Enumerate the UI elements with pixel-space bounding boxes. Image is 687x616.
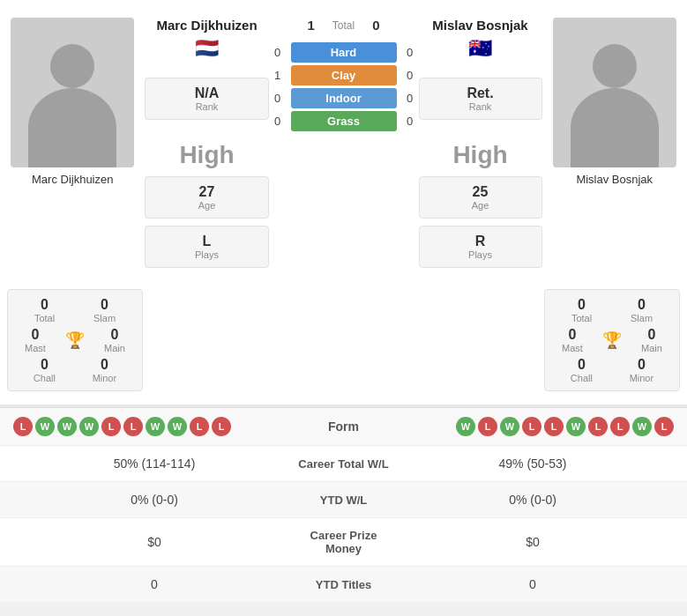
clay-left: 1 [269, 69, 287, 82]
clay-badge: Clay [291, 65, 397, 85]
left-age-val: 27 [159, 184, 254, 200]
stats-blocks-row: 0 Total 0 Slam 0 Mast 🏆 [0, 285, 687, 407]
total-right: 0 [372, 18, 379, 33]
right-minor-item: 0 Minor [630, 357, 654, 383]
prize-money-row: $0 Career Prize Money $0 [0, 517, 687, 566]
grass-right: 0 [401, 115, 419, 128]
surface-hard-row: 0 Hard 0 [269, 42, 419, 63]
left-total-val: 0 [34, 297, 55, 313]
ytd-wl-left: 0% (0-0) [13, 493, 295, 507]
left-plays-label: Plays [159, 249, 254, 260]
left-plays-val: L [159, 234, 254, 249]
right-player-name-under: Mislav Bosnjak [576, 173, 653, 186]
right-main-label: Main [641, 343, 662, 353]
right-trophy: 🏆 [602, 331, 622, 349]
form-badges-left: L W W W L L W W L L [13, 417, 287, 436]
left-slam-item: 0 Slam [93, 297, 116, 323]
form-right-5: W [566, 417, 586, 436]
left-spacer [150, 289, 278, 391]
right-plays-val: R [433, 234, 528, 249]
left-player-name: Marc Dijkhuizen [156, 18, 257, 33]
form-left-2: W [57, 417, 77, 436]
ytd-titles-right: 0 [392, 577, 674, 591]
center-spacer [278, 289, 409, 391]
left-total-label: Total [34, 313, 55, 323]
right-chall-label: Chall [571, 373, 593, 383]
right-mast-val: 0 [562, 327, 583, 343]
right-player-header: Mislav Bosnjak 🇦🇺 Ret. Rank High 25 Age … [419, 9, 542, 271]
indoor-right: 0 [401, 92, 419, 105]
right-slam-item: 0 Slam [631, 297, 653, 323]
surface-grass-row: 0 Grass 0 [269, 111, 419, 131]
right-trophy-icon: 🏆 [602, 330, 622, 350]
right-chall-val: 0 [571, 357, 593, 373]
left-mast-row: 0 Mast 🏆 0 Main [15, 327, 135, 353]
form-right-7: L [610, 417, 630, 436]
right-stats-block: 0 Total 0 Slam 0 Mast 🏆 [537, 289, 687, 391]
form-right-2: W [500, 417, 519, 436]
right-mast-label: Mast [562, 343, 583, 353]
left-chall-label: Chall [34, 373, 56, 383]
surface-indoor-row: 0 Indoor 0 [269, 88, 419, 108]
form-badges-right: W L W L L W L L W L [400, 417, 674, 436]
career-total-label: Career Total W/L [295, 457, 392, 471]
left-trophy-icon: 🏆 [65, 330, 85, 350]
left-player-flag: 🇳🇱 [195, 37, 219, 60]
left-age-block: 27 Age [145, 176, 268, 219]
prize-right: $0 [392, 535, 674, 549]
player-comparison: Marc Dijkhuizen Marc Dijkhuizen 🇳🇱 N/A R… [0, 0, 687, 285]
ytd-wl-row: 0% (0-0) YTD W/L 0% (0-0) [0, 481, 687, 517]
left-player-header: Marc Dijkhuizen 🇳🇱 N/A Rank High 27 Age … [145, 9, 268, 271]
right-avatar-head [593, 44, 637, 88]
right-avatar-body [571, 88, 659, 167]
left-minor-item: 0 Minor [93, 357, 117, 383]
form-right-0: W [456, 417, 475, 436]
center-column: 1 Total 0 0 Hard 0 1 Clay 0 [269, 9, 419, 271]
indoor-left: 0 [269, 92, 287, 105]
clay-right: 0 [401, 69, 419, 82]
ytd-titles-row: 0 YTD Titles 0 [0, 566, 687, 602]
right-plays-block: R Plays [419, 226, 542, 268]
ytd-wl-right: 0% (0-0) [392, 493, 674, 507]
career-stats: 50% (114-114) Career Total W/L 49% (50-5… [0, 445, 687, 602]
left-stats-block: 0 Total 0 Slam 0 Mast 🏆 [0, 289, 150, 391]
right-main-item: 0 Main [641, 327, 662, 353]
right-mast-item: 0 Mast [562, 327, 583, 353]
right-slam-val: 0 [631, 297, 653, 313]
left-rank-block: N/A Rank [145, 78, 268, 120]
left-total-item: 0 Total [34, 297, 55, 323]
right-age-label: Age [433, 200, 528, 211]
form-left-9: L [212, 417, 231, 436]
right-mast-row: 0 Mast 🏆 0 Main [552, 327, 672, 353]
right-slam-label: Slam [631, 313, 653, 323]
left-player-name-under: Marc Dijkhuizen [32, 173, 113, 186]
surface-clay-row: 1 Clay 0 [269, 65, 419, 85]
left-slam-label: Slam [93, 313, 116, 323]
right-spacer [409, 289, 537, 391]
left-high-val: High [179, 132, 234, 169]
left-total-slam-row: 0 Total 0 Slam [15, 297, 135, 323]
form-right-8: W [632, 417, 652, 436]
right-player-photo-col: Mislav Bosnjak [542, 9, 687, 271]
form-right-1: L [478, 417, 497, 436]
total-left: 1 [307, 18, 314, 33]
right-rank-label: Rank [433, 101, 528, 112]
right-minor-val: 0 [630, 357, 654, 373]
right-total-item: 0 Total [571, 297, 592, 323]
right-total-slam-row: 0 Total 0 Slam [552, 297, 672, 323]
left-player-avatar [11, 18, 134, 167]
surface-rows: 0 Hard 0 1 Clay 0 0 Indoor 0 [269, 40, 419, 134]
left-chall-item: 0 Chall [34, 357, 56, 383]
right-chall-item: 0 Chall [571, 357, 593, 383]
hard-badge: Hard [291, 42, 397, 63]
indoor-badge: Indoor [291, 88, 397, 108]
left-player-photo-col: Marc Dijkhuizen [0, 9, 145, 271]
right-player-name: Mislav Bosnjak [432, 18, 527, 33]
left-rank-label: Rank [159, 101, 254, 112]
form-left-3: W [79, 417, 99, 436]
right-age-block: 25 Age [419, 176, 542, 219]
left-chall-row: 0 Chall 0 Minor [15, 357, 135, 383]
left-main-val: 0 [104, 327, 125, 343]
right-player-flag: 🇦🇺 [468, 37, 492, 60]
left-avatar-head [50, 44, 94, 88]
